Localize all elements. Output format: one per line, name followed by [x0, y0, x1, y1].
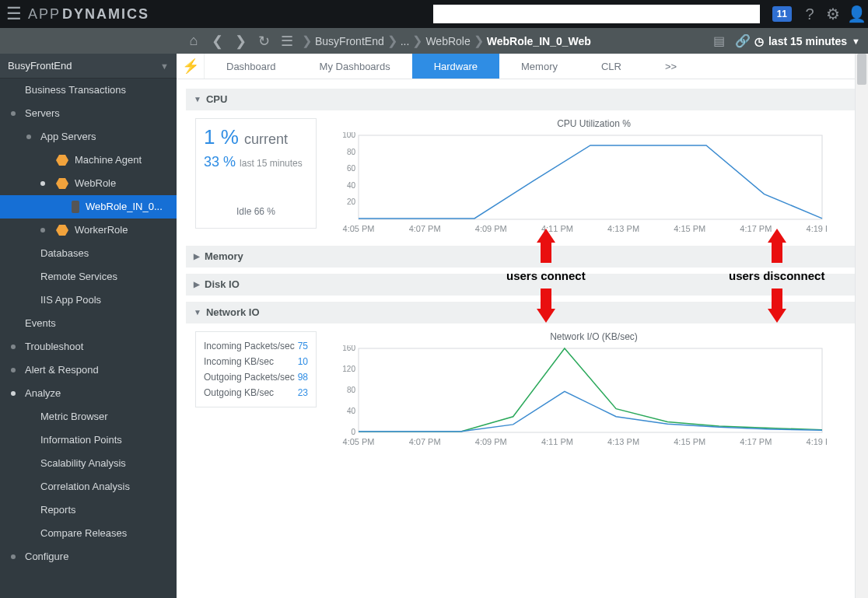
help-icon[interactable]: ? [798, 5, 821, 23]
tab-clr[interactable]: CLR [579, 54, 643, 79]
net-out-kb-lbl: Outgoing KB/sec [204, 387, 274, 398]
net-chart: Network I/O (KB/sec) 040801201604:05 PM4… [329, 331, 859, 446]
chevron-down-icon: ▼ [852, 37, 860, 46]
tab-more[interactable]: >> [643, 54, 698, 79]
cpu-current-label: current [244, 131, 288, 147]
table-icon[interactable]: ▤ [708, 33, 731, 48]
breadcrumb-app[interactable]: BusyFrontEnd [315, 35, 384, 47]
cpu-current-pct: 1 % [204, 125, 239, 149]
tabs: ⚡ Dashboard My Dashboards Hardware Memor… [177, 54, 868, 79]
sidebar-item-webrole[interactable]: WebRole [0, 172, 177, 195]
clock-icon: ◷ [754, 35, 764, 47]
chevron-right-icon: ❯ [387, 33, 397, 48]
panel-cpu: ▼CPU 1 % current 33 % last 15 minutes Id… [186, 89, 859, 240]
svg-text:4:09 PM: 4:09 PM [475, 437, 507, 446]
user-icon[interactable]: 👤 [845, 5, 868, 23]
back-icon[interactable]: ❮ [205, 33, 229, 50]
sidebar-context-label: BusyFrontEnd [8, 54, 72, 79]
logo-text-dyn: DYNAMICS [62, 6, 149, 23]
main: ⚡ Dashboard My Dashboards Hardware Memor… [177, 54, 868, 598]
svg-text:120: 120 [342, 365, 355, 373]
sidebar-item-troubleshoot[interactable]: Troubleshoot [0, 335, 177, 358]
svg-text:80: 80 [347, 148, 356, 156]
sidebar-item-analyze[interactable]: Analyze [0, 382, 177, 405]
gear-icon[interactable]: ⚙ [821, 5, 845, 23]
sidebar-item-corr[interactable]: Correlation Analysis [0, 475, 177, 498]
sidebar-item-servers[interactable]: Servers [0, 102, 177, 125]
cpu-stat-card: 1 % current 33 % last 15 minutes Idle 66… [195, 118, 317, 229]
panel-cpu-header[interactable]: ▼CPU [186, 89, 859, 110]
breadcrumb-current[interactable]: WebRole_IN_0_Web [487, 35, 591, 47]
net-stat-card: Incoming Packets/sec75 Incoming KB/sec10… [195, 331, 317, 407]
hex-icon [56, 155, 68, 166]
sidebar-item-configure[interactable]: Configure [0, 545, 177, 568]
cpu-period-pct: 33 % [204, 154, 236, 170]
svg-rect-0 [359, 135, 822, 219]
svg-text:4:05 PM: 4:05 PM [343, 224, 375, 233]
chevron-right-icon: ❯ [302, 33, 312, 48]
tab-mydashboards[interactable]: My Dashboards [298, 54, 412, 79]
sidebar-item-iis[interactable]: IIS App Pools [0, 289, 177, 312]
scrollbar[interactable] [855, 54, 868, 598]
sidebar-item-databases[interactable]: Databases [0, 242, 177, 265]
svg-text:40: 40 [347, 407, 356, 415]
svg-text:4:11 PM: 4:11 PM [541, 437, 573, 446]
sidebar-item-appservers[interactable]: App Servers [0, 125, 177, 149]
sidebar-item-machineagent[interactable]: Machine Agent [0, 149, 177, 172]
tab-hardware[interactable]: Hardware [412, 54, 499, 79]
sidebar-item-alert[interactable]: Alert & Respond [0, 358, 177, 382]
chevron-down-icon: ▼ [160, 54, 169, 79]
sidebar-item-reports[interactable]: Reports [0, 498, 177, 522]
cpu-chart-title: CPU Utilization % [329, 118, 859, 129]
hamburger-icon[interactable]: ☰ [0, 4, 28, 24]
home-icon[interactable]: ⌂ [182, 33, 205, 49]
sidebar-item-biztx[interactable]: Business Transactions [0, 79, 177, 102]
sidebar-item-webrole-in0[interactable]: WebRole_IN_0... [0, 195, 177, 219]
sidebar-item-info[interactable]: Information Points [0, 428, 177, 452]
svg-text:4:17 PM: 4:17 PM [740, 437, 772, 446]
forward-icon[interactable]: ❯ [229, 33, 252, 50]
panel-memory-header[interactable]: ▶Memory [186, 246, 859, 268]
sidebar-item-metric[interactable]: Metric Browser [0, 405, 177, 428]
sidebar-item-workerrole[interactable]: WorkerRole [0, 219, 177, 242]
svg-text:4:07 PM: 4:07 PM [409, 437, 441, 446]
sidebar: BusyFrontEnd ▼ Business Transactions Ser… [0, 54, 177, 598]
sidebar-item-scal[interactable]: Scalability Analysis [0, 452, 177, 475]
svg-text:4:11 PM: 4:11 PM [541, 224, 573, 233]
svg-text:4:09 PM: 4:09 PM [475, 224, 507, 233]
server-icon [72, 201, 79, 213]
svg-text:4:15 PM: 4:15 PM [674, 224, 705, 233]
svg-text:160: 160 [342, 345, 355, 352]
sidebar-item-remote[interactable]: Remote Services [0, 265, 177, 289]
net-in-kb: 10 [298, 356, 308, 367]
sidebar-item-events[interactable]: Events [0, 312, 177, 335]
link-icon[interactable]: 🔗 [731, 33, 754, 48]
svg-text:4:15 PM: 4:15 PM [674, 437, 705, 446]
list-icon[interactable]: ☰ [275, 33, 299, 50]
net-in-kb-lbl: Incoming KB/sec [204, 356, 274, 367]
panel-diskio-header[interactable]: ▶Disk IO [186, 274, 859, 296]
chevron-right-icon: ❯ [474, 33, 484, 48]
breadcrumb-webrole[interactable]: WebRole [425, 35, 470, 47]
expand-icon: ▶ [194, 274, 200, 296]
sidebar-context-selector[interactable]: BusyFrontEnd ▼ [0, 54, 177, 79]
notification-badge[interactable]: 11 [772, 6, 792, 22]
sidebar-item-compare[interactable]: Compare Releases [0, 522, 177, 545]
breadcrumb-ellipsis[interactable]: ... [401, 35, 410, 47]
panel-memory: ▶Memory [186, 246, 859, 268]
topbar: ☰ APPDYNAMICS 11 ? ⚙ 👤 [0, 0, 868, 28]
svg-text:0: 0 [351, 428, 355, 436]
time-range-picker[interactable]: ◷ last 15 minutes ▼ [754, 35, 860, 47]
tab-dashboard[interactable]: Dashboard [205, 54, 298, 79]
svg-text:4:07 PM: 4:07 PM [409, 224, 441, 233]
refresh-icon[interactable]: ↻ [252, 33, 275, 50]
svg-text:4:19 PM: 4:19 PM [807, 437, 827, 446]
chevron-right-icon: ❯ [412, 33, 422, 48]
bolt-icon[interactable]: ⚡ [177, 54, 205, 79]
tab-memory[interactable]: Memory [499, 54, 579, 79]
logo[interactable]: APPDYNAMICS [28, 6, 149, 23]
panel-netio-header[interactable]: ▼Network IO [186, 302, 859, 323]
svg-text:100: 100 [342, 132, 355, 139]
svg-text:80: 80 [347, 386, 356, 394]
search-input[interactable] [433, 5, 760, 23]
